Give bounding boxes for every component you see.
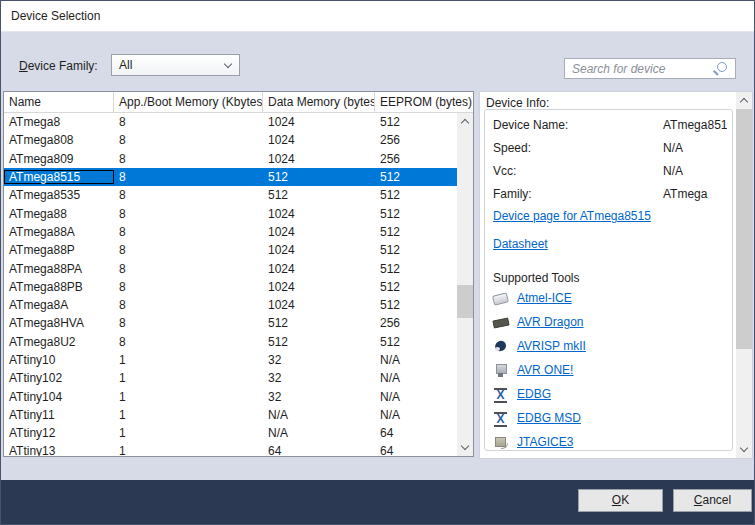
cell-eeprom: 512	[375, 225, 457, 239]
cell-eeprom: 512	[375, 115, 457, 129]
column-header-eeprom[interactable]: EEPROM (bytes)	[375, 92, 473, 112]
table-row[interactable]: ATtiny11 1 N/A N/A	[4, 406, 457, 424]
supported-tool-item: EDBG	[493, 386, 586, 402]
table-row[interactable]: ATmega809 8 1024 256	[4, 150, 457, 168]
device-table-header: Name App./Boot Memory (Kbytes) Data Memo…	[4, 92, 473, 113]
cell-memory: 8	[114, 280, 263, 294]
cell-data: N/A	[263, 408, 375, 422]
table-row[interactable]: ATmega88 8 1024 512	[4, 204, 457, 222]
cell-data: 512	[263, 188, 375, 202]
table-row[interactable]: ATmega88P 8 1024 512	[4, 241, 457, 259]
tool-link[interactable]: AVRISP mkII	[517, 339, 586, 353]
family-field: Family: ATmega	[493, 187, 532, 203]
ok-button[interactable]: OK	[578, 489, 663, 512]
chevron-down-icon	[461, 442, 469, 450]
table-row[interactable]: ATtiny104 1 32 N/A	[4, 387, 457, 405]
supported-tool-item: AVR Dragon	[493, 314, 586, 330]
datasheet-link[interactable]: Datasheet	[493, 237, 651, 251]
cell-name: ATmega8A	[4, 298, 114, 312]
table-row[interactable]: ATmega8U2 8 512 512	[4, 333, 457, 351]
table-row[interactable]: ATmega88PA 8 1024 512	[4, 259, 457, 277]
table-row[interactable]: ATmega8535 8 512 512	[4, 186, 457, 204]
cell-eeprom: 512	[375, 298, 457, 312]
cell-eeprom: 512	[375, 262, 457, 276]
device-family-label: Device Family:	[19, 59, 98, 73]
cell-eeprom: 512	[375, 207, 457, 221]
scroll-down-button[interactable]	[736, 442, 752, 457]
table-row[interactable]: ATmega8 8 1024 512	[4, 113, 457, 131]
cell-eeprom: 512	[375, 335, 457, 349]
vcc-label: Vcc:	[493, 164, 516, 178]
scrollbar-thumb[interactable]	[736, 109, 752, 349]
tool-link[interactable]: EDBG	[517, 387, 551, 401]
cell-eeprom: 512	[375, 170, 457, 184]
cell-eeprom: 512	[375, 243, 457, 257]
column-header-data[interactable]: Data Memory (bytes)	[263, 92, 375, 112]
supported-tools-label: Supported Tools	[493, 271, 580, 285]
device-links: Device page for ATmega8515 Datasheet	[493, 209, 651, 251]
cell-eeprom: N/A	[375, 371, 457, 385]
cell-data: 32	[263, 390, 375, 404]
cell-data: 1024	[263, 152, 375, 166]
device-page-link[interactable]: Device page for ATmega8515	[493, 209, 651, 223]
device-name-label: Device Name:	[493, 118, 568, 132]
footer-bar: OK Cancel	[1, 480, 754, 524]
cell-eeprom: N/A	[375, 353, 457, 367]
table-row[interactable]: ATmega808 8 1024 256	[4, 131, 457, 149]
chevron-up-icon	[740, 98, 748, 106]
cell-data: 1024	[263, 225, 375, 239]
device-family-value: All	[119, 58, 132, 72]
table-row[interactable]: ATtiny10 1 32 N/A	[4, 351, 457, 369]
speed-field: Speed: N/A	[493, 141, 531, 157]
table-row[interactable]: ATmega8515 8 512 512	[4, 168, 457, 186]
family-value: ATmega	[663, 187, 727, 201]
table-row[interactable]: ATtiny102 1 32 N/A	[4, 369, 457, 387]
cell-name: ATmega88P	[4, 243, 114, 257]
column-header-name[interactable]: Name	[4, 92, 114, 112]
device-family-dropdown[interactable]: All	[111, 54, 240, 76]
device-table-body: ATmega8 8 1024 512 ATmega808 8 1024 256 …	[4, 113, 457, 456]
speed-label: Speed:	[493, 141, 531, 155]
cell-name: ATmega8	[4, 115, 114, 129]
tool-link[interactable]: Atmel-ICE	[517, 291, 572, 305]
scrollbar-thumb[interactable]	[457, 285, 473, 318]
tool-link[interactable]: AVR Dragon	[517, 315, 583, 329]
tool-link[interactable]: JTAGICE3	[517, 435, 573, 449]
tool-link[interactable]: EDBG MSD	[517, 411, 581, 425]
cell-data: 32	[263, 353, 375, 367]
scroll-up-button[interactable]	[736, 93, 752, 108]
search-icon[interactable]	[713, 62, 727, 76]
table-row[interactable]: ATmega88A 8 1024 512	[4, 223, 457, 241]
table-row[interactable]: ATmega8A 8 1024 512	[4, 296, 457, 314]
search-input[interactable]	[564, 58, 736, 79]
cell-name: ATtiny102	[4, 371, 114, 385]
table-row[interactable]: ATtiny13 1 64 64	[4, 442, 457, 456]
column-header-memory[interactable]: App./Boot Memory (Kbytes)	[114, 92, 263, 112]
panel-scrollbar[interactable]	[736, 92, 752, 458]
cell-memory: 8	[114, 225, 263, 239]
family-label: Family:	[493, 187, 532, 201]
cell-data: 1024	[263, 207, 375, 221]
scroll-up-button[interactable]	[457, 114, 473, 129]
cell-data: 1024	[263, 243, 375, 257]
cancel-button[interactable]: Cancel	[673, 489, 752, 512]
scroll-down-button[interactable]	[457, 440, 473, 455]
table-row[interactable]: ATtiny12 1 N/A 64	[4, 424, 457, 442]
cell-memory: 8	[114, 115, 263, 129]
cell-memory: 1	[114, 371, 263, 385]
device-info-title: Device Info:	[486, 96, 549, 110]
cell-name: ATmega808	[4, 133, 114, 147]
tool-link[interactable]: AVR ONE!	[517, 363, 573, 377]
avr-dragon-icon	[493, 314, 509, 330]
cell-memory: 8	[114, 207, 263, 221]
table-row[interactable]: ATmega88PB 8 1024 512	[4, 278, 457, 296]
cell-data: 64	[263, 444, 375, 456]
cell-name: ATmega88PA	[4, 262, 114, 276]
cell-memory: 8	[114, 298, 263, 312]
cell-memory: 8	[114, 316, 263, 330]
table-row[interactable]: ATmega8HVA 8 512 256	[4, 314, 457, 332]
cell-eeprom: N/A	[375, 408, 457, 422]
table-scrollbar[interactable]	[457, 113, 473, 456]
device-table: Name App./Boot Memory (Kbytes) Data Memo…	[3, 91, 474, 457]
supported-tool-item: EDBG MSD	[493, 410, 586, 426]
